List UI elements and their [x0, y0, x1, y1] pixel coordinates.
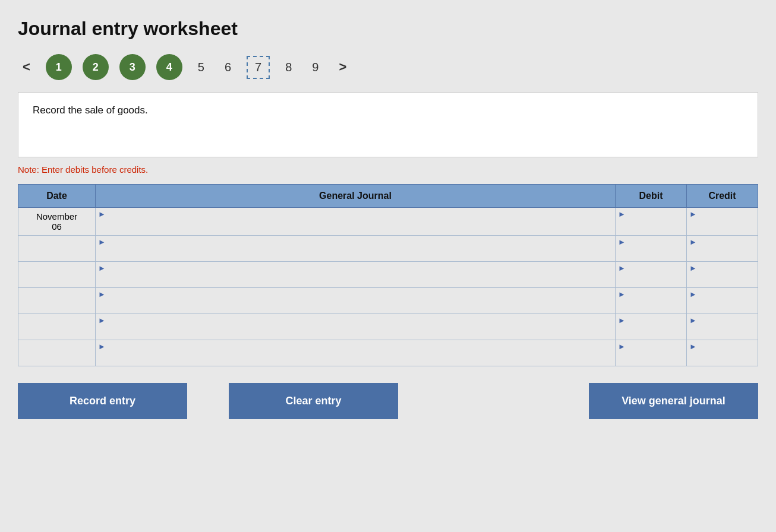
journal-arrow-1: ►	[96, 236, 108, 261]
journal-cell-0[interactable]: ►	[96, 208, 616, 236]
credit-cell-2[interactable]: ►	[687, 262, 758, 288]
journal-input-0[interactable]	[108, 208, 615, 235]
credit-cell-0[interactable]: ►	[687, 208, 758, 236]
debit-cell-4[interactable]: ►	[616, 314, 687, 340]
debit-input-3[interactable]	[627, 288, 686, 314]
credit-arrow-3: ►	[687, 288, 699, 314]
journal-cell-2[interactable]: ►	[96, 262, 616, 288]
table-row: November06 ► ► ►	[18, 208, 758, 236]
debit-arrow-0: ►	[616, 208, 627, 235]
col-debit: Debit	[616, 185, 687, 208]
credit-input-1[interactable]	[699, 236, 758, 261]
journal-arrow-5: ►	[96, 340, 108, 366]
debit-cell-1[interactable]: ►	[616, 236, 687, 262]
date-cell-0: November06	[18, 208, 96, 236]
page-4[interactable]: 4	[156, 54, 182, 80]
clear-entry-button[interactable]: Clear entry	[229, 383, 398, 419]
debit-input-5[interactable]	[627, 340, 686, 366]
date-cell-4	[18, 314, 96, 340]
debit-arrow-1: ►	[616, 236, 627, 261]
page-7[interactable]: 7	[247, 56, 270, 79]
debit-arrow-4: ►	[616, 314, 627, 340]
debit-arrow-2: ►	[616, 262, 627, 287]
debit-input-4[interactable]	[627, 314, 686, 340]
page-8[interactable]: 8	[280, 58, 296, 77]
journal-arrow-3: ►	[96, 288, 108, 314]
page-title: Journal entry worksheet	[18, 18, 758, 40]
table-row: ► ► ►	[18, 340, 758, 366]
credit-cell-5[interactable]: ►	[687, 340, 758, 366]
journal-input-1[interactable]	[108, 236, 615, 261]
table-row: ► ► ►	[18, 236, 758, 262]
debit-arrow-5: ►	[616, 340, 627, 366]
credit-arrow-0: ►	[687, 208, 699, 235]
page-1[interactable]: 1	[46, 54, 72, 80]
journal-arrow-4: ►	[96, 314, 108, 340]
debit-cell-0[interactable]: ►	[616, 208, 687, 236]
debit-arrow-3: ►	[616, 288, 627, 314]
journal-input-4[interactable]	[108, 314, 615, 340]
page-5[interactable]: 5	[193, 58, 209, 77]
debit-input-1[interactable]	[627, 236, 686, 261]
page-3[interactable]: 3	[119, 54, 146, 80]
credit-arrow-2: ►	[687, 262, 699, 287]
debit-input-2[interactable]	[627, 262, 686, 287]
date-cell-5	[18, 340, 96, 366]
col-credit: Credit	[687, 185, 758, 208]
journal-arrow-2: ►	[96, 262, 108, 287]
page-9[interactable]: 9	[307, 58, 323, 77]
journal-cell-4[interactable]: ►	[96, 314, 616, 340]
page-6[interactable]: 6	[220, 58, 236, 77]
date-cell-1	[18, 236, 96, 262]
credit-input-4[interactable]	[699, 314, 758, 340]
credit-cell-3[interactable]: ►	[687, 288, 758, 314]
journal-cell-5[interactable]: ►	[96, 340, 616, 366]
journal-cell-3[interactable]: ►	[96, 288, 616, 314]
journal-cell-1[interactable]: ►	[96, 236, 616, 262]
buttons-row: Record entry Clear entry View general jo…	[18, 383, 758, 419]
table-row: ► ► ►	[18, 288, 758, 314]
credit-input-3[interactable]	[699, 288, 758, 314]
credit-input-5[interactable]	[699, 340, 758, 366]
date-cell-3	[18, 288, 96, 314]
next-arrow[interactable]: >	[334, 57, 351, 77]
instruction-text: Record the sale of goods.	[33, 104, 148, 116]
journal-table: Date General Journal Debit Credit Novemb…	[18, 184, 758, 366]
journal-input-5[interactable]	[108, 340, 615, 366]
credit-input-2[interactable]	[699, 262, 758, 287]
col-date: Date	[18, 185, 96, 208]
debit-cell-3[interactable]: ►	[616, 288, 687, 314]
page-2[interactable]: 2	[83, 54, 109, 80]
debit-input-0[interactable]	[627, 208, 686, 235]
credit-cell-4[interactable]: ►	[687, 314, 758, 340]
col-general-journal: General Journal	[96, 185, 616, 208]
view-general-journal-button[interactable]: View general journal	[589, 383, 758, 419]
journal-input-2[interactable]	[108, 262, 615, 287]
credit-arrow-1: ►	[687, 236, 699, 261]
journal-input-3[interactable]	[108, 288, 615, 314]
pagination: < 1 2 3 4 5 6 7 8 9 >	[18, 54, 758, 80]
record-entry-button[interactable]: Record entry	[18, 383, 187, 419]
journal-arrow-0: ►	[96, 208, 108, 235]
prev-arrow[interactable]: <	[18, 57, 35, 77]
credit-cell-1[interactable]: ►	[687, 236, 758, 262]
credit-arrow-5: ►	[687, 340, 699, 366]
table-row: ► ► ►	[18, 314, 758, 340]
note-text: Note: Enter debits before credits.	[18, 164, 758, 175]
credit-input-0[interactable]	[699, 208, 758, 235]
credit-arrow-4: ►	[687, 314, 699, 340]
instruction-box: Record the sale of goods.	[18, 92, 758, 157]
debit-cell-2[interactable]: ►	[616, 262, 687, 288]
table-row: ► ► ►	[18, 262, 758, 288]
debit-cell-5[interactable]: ►	[616, 340, 687, 366]
date-cell-2	[18, 262, 96, 288]
